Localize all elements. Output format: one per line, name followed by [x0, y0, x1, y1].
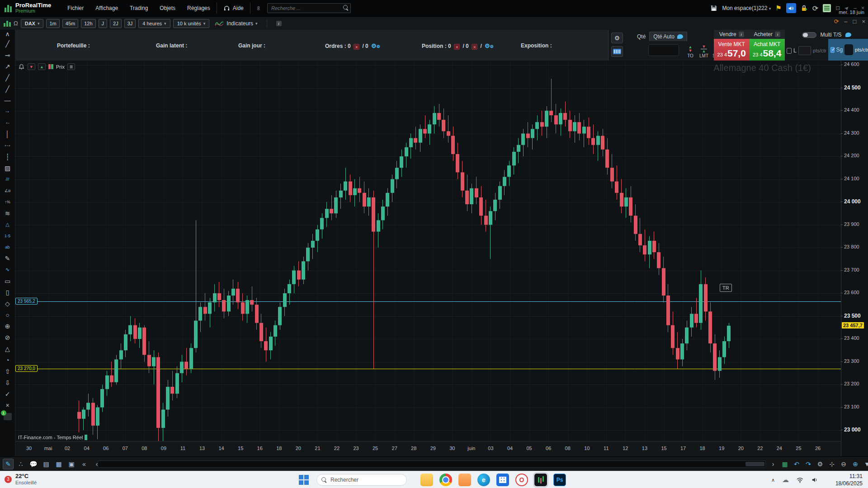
arrow-line-icon[interactable]: ↗: [1, 61, 14, 72]
window-close-icon[interactable]: ×: [862, 18, 865, 25]
horizontal-segment-left-icon[interactable]: -∘: [1, 106, 14, 117]
sg-checkbox[interactable]: [830, 47, 835, 53]
sell-market-button[interactable]: Vente MKT 23 457,0: [714, 39, 750, 61]
depth-icon[interactable]: ▦: [53, 459, 64, 469]
horizontal-segment-right-icon[interactable]: ∘-: [1, 117, 14, 128]
chrome-icon[interactable]: [439, 474, 452, 486]
window-restore-icon[interactable]: □: [853, 18, 857, 25]
sell-alert-icon[interactable]: ▼: [28, 63, 35, 70]
taskbar-search[interactable]: Rechercher: [316, 474, 407, 486]
alerts-badge-icon[interactable]: [1, 411, 14, 422]
candlestick-chart[interactable]: [15, 61, 841, 441]
save-icon[interactable]: [710, 5, 717, 12]
tab-qty-auto[interactable]: Qté Auto: [649, 32, 687, 41]
timeframe-45m-button[interactable]: 45m: [62, 19, 78, 28]
crossed-ellipse-icon[interactable]: ⊘: [1, 332, 14, 343]
rectangle-v-icon[interactable]: ▯: [1, 286, 14, 298]
triangle-shape-icon[interactable]: △: [1, 343, 14, 354]
arrow-up-marker-icon[interactable]: ⇧: [1, 366, 14, 377]
price-axis[interactable]: 23 00023 10023 20023 30023 40023 50023 6…: [841, 61, 868, 456]
order-type-lmt[interactable]: ▼▲ LMT: [697, 44, 711, 58]
keyboard-order-button[interactable]: [611, 46, 623, 57]
onedrive-cloud-icon[interactable]: ☁: [782, 476, 789, 484]
order-settings-button[interactable]: ⚙: [611, 33, 623, 43]
l-checkbox[interactable]: [787, 48, 792, 54]
start-button[interactable]: [299, 475, 309, 485]
window-refresh-icon[interactable]: ⟳: [834, 18, 839, 25]
alert-bell-icon[interactable]: [18, 64, 25, 70]
link-tool-icon[interactable]: ∞: [255, 6, 262, 10]
circle-shape-icon[interactable]: ⊕: [1, 320, 14, 332]
ray-line-icon[interactable]: ╱: [1, 83, 14, 94]
elliott-wave-icon[interactable]: 1·5: [1, 230, 14, 241]
pane-menu-icon[interactable]: ≡: [67, 63, 75, 70]
calendar-icon[interactable]: [496, 474, 509, 486]
time-axis[interactable]: 30mai02040607080911131415161820212223252…: [15, 441, 841, 456]
orders-settings-icon[interactable]: ⚙⚙: [371, 42, 380, 49]
search-input[interactable]: [267, 3, 351, 13]
sg-points-input[interactable]: [844, 44, 853, 55]
timeframe-j-button[interactable]: J: [99, 19, 108, 28]
ellipse-shape-icon[interactable]: ○: [1, 309, 14, 320]
triangle-pattern-icon[interactable]: △: [1, 219, 14, 230]
share-icon[interactable]: ∴: [15, 459, 26, 469]
zoom-out-icon[interactable]: ⊖: [838, 459, 849, 469]
segment-endpoints-icon[interactable]: ⊸: [1, 49, 14, 61]
units-selector[interactable]: 10 k unités ▾: [173, 19, 210, 28]
prorealtime-icon[interactable]: [534, 474, 547, 486]
horizontal-segment-points-icon[interactable]: ∘-∘: [1, 140, 14, 151]
trend-line-icon[interactable]: ╱: [1, 38, 14, 49]
chart-scrollbar[interactable]: [98, 460, 766, 468]
chart-windows-icon[interactable]: ▣: [66, 459, 77, 469]
wifi-icon[interactable]: [796, 477, 804, 483]
timeframe-1m-button[interactable]: 1m: [46, 19, 59, 28]
regression-channel-icon[interactable]: ≋: [1, 207, 14, 219]
buy-alert-icon[interactable]: ▲: [38, 63, 46, 70]
menu-affichage[interactable]: Affichage: [95, 5, 118, 11]
tab-qty[interactable]: Qté: [633, 32, 649, 41]
lock-icon[interactable]: [801, 5, 808, 12]
go-to-date-icon[interactable]: ▦: [779, 459, 790, 469]
redo-icon[interactable]: ↷: [803, 459, 814, 469]
percent-change-icon[interactable]: ↑%: [1, 196, 14, 207]
vertical-line-icon[interactable]: │: [1, 128, 14, 140]
timeframe-3j-button[interactable]: 3J: [124, 19, 136, 28]
photoshop-icon[interactable]: Ps: [553, 474, 566, 486]
taskbar-clock[interactable]: 11:31 18/06/2025: [835, 473, 863, 487]
diamond-shape-icon[interactable]: ◇: [1, 298, 14, 309]
tr-indicator-box[interactable]: TR: [720, 284, 732, 292]
horizontal-line-icon[interactable]: —: [1, 94, 14, 106]
close-position-icon[interactable]: ×: [454, 44, 460, 50]
volume-icon[interactable]: [811, 477, 818, 483]
check-marker-icon[interactable]: ✓: [1, 388, 14, 399]
l-points-input[interactable]: [798, 46, 811, 55]
opera-icon[interactable]: O: [515, 474, 528, 486]
chart-settings-icon[interactable]: ⚙: [815, 459, 826, 469]
undo-icon[interactable]: ↶: [791, 459, 802, 469]
magnet-icon[interactable]: Ω: [14, 20, 18, 27]
timeframe-12h-button[interactable]: 12h: [81, 19, 95, 28]
menu-trading[interactable]: Trading: [130, 5, 148, 11]
sector-shape-icon[interactable]: ◔: [1, 354, 14, 366]
rectangle-h-icon[interactable]: ▭: [1, 275, 14, 286]
chat-icon[interactable]: 💬: [28, 459, 39, 469]
buy-market-button[interactable]: Achat MKT 23 458,4: [750, 39, 785, 61]
info-icon[interactable]: i: [739, 32, 744, 37]
ruler-icon[interactable]: ▨: [1, 162, 14, 174]
window-minimize-icon[interactable]: –: [844, 18, 847, 25]
multi-ts-toggle[interactable]: [802, 32, 816, 38]
help-menu[interactable]: Aide: [223, 5, 244, 12]
file-explorer-icon[interactable]: [420, 474, 433, 486]
tray-expand-icon[interactable]: ∧: [771, 477, 775, 483]
pencil-draw-icon[interactable]: ✎: [1, 253, 14, 264]
cancel-orders-icon[interactable]: ×: [354, 44, 359, 50]
flag-icon[interactable]: ⚑: [775, 4, 781, 12]
abcd-pattern-icon[interactable]: ab: [1, 241, 14, 253]
scroll-right-icon[interactable]: ›: [768, 459, 778, 469]
timeframe-2j-button[interactable]: 2J: [110, 19, 122, 28]
angle-tool-icon[interactable]: ∠α: [1, 185, 14, 196]
vertical-segment-points-icon[interactable]: ┆: [1, 151, 14, 162]
zoom-fit-icon[interactable]: ⊹: [826, 459, 837, 469]
refresh-icon[interactable]: ⟳: [812, 4, 818, 13]
extended-line-icon[interactable]: ╱: [1, 72, 14, 83]
